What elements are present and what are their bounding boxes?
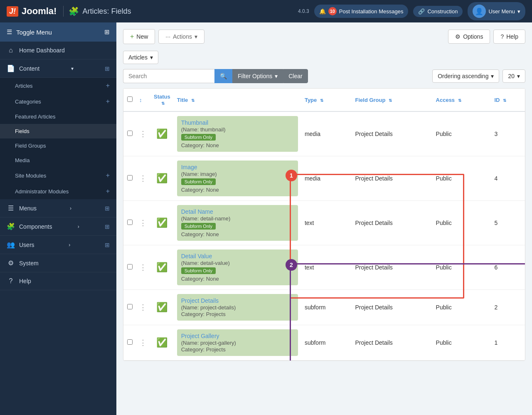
sidebar-item-label: Menus [19, 205, 37, 212]
drag-handle-icon[interactable]: ⋮ [139, 130, 147, 138]
grid-icon: ⊞ [105, 242, 110, 248]
drag-handle-icon[interactable]: ⋮ [139, 303, 147, 311]
menus-icon: ☰ [7, 204, 15, 212]
field-title-link[interactable]: Detail Name [181, 208, 294, 215]
drag-cell: ⋮ [136, 201, 150, 245]
chevron-down-icon: ▾ [491, 73, 494, 79]
drag-handle-icon[interactable]: ⋮ [139, 219, 147, 227]
published-icon: ✅ [156, 128, 167, 139]
access-cell: Public [433, 111, 491, 156]
filter-options-button[interactable]: Filter Options ▾ [232, 69, 283, 83]
type-header[interactable]: Type ⇅ [301, 89, 352, 111]
user-menu-button[interactable]: 👤 User Menu ▾ [468, 2, 525, 20]
field-name-label: (Name: image) [181, 171, 217, 177]
row-checkbox-cell [123, 290, 136, 325]
select-all-checkbox[interactable] [127, 96, 133, 102]
row-checkbox[interactable] [127, 304, 133, 309]
sidebar-item-content[interactable]: 📄 Content ▾ ⊞ [0, 59, 116, 78]
access-header[interactable]: Access ⇅ [433, 89, 491, 111]
row-checkbox[interactable] [127, 220, 133, 225]
table-row: ⋮ ✅ Project Details (Name: project-detai… [123, 290, 525, 325]
plus-icon[interactable]: + [106, 98, 110, 105]
new-button[interactable]: + New [123, 29, 155, 44]
published-icon: ✅ [156, 262, 167, 272]
clear-button[interactable]: Clear [283, 69, 308, 83]
sidebar-item-label: Fields [15, 128, 30, 134]
id-header[interactable]: ID ⇅ [491, 89, 525, 111]
sidebar-item-categories[interactable]: Categories + [0, 94, 116, 109]
sort-icon: ⇅ [503, 98, 506, 103]
annotation-2: 2 [286, 259, 297, 271]
sidebar-item-system[interactable]: ⚙ System [0, 254, 116, 272]
field-title-link[interactable]: Image [181, 164, 294, 170]
field-group-cell: Project Details [352, 111, 432, 156]
search-input[interactable] [123, 69, 214, 83]
field-title-link[interactable]: Thumbnail [181, 119, 294, 126]
content-submenu: Articles + Categories + Featured Article… [0, 78, 116, 199]
field-group-header[interactable]: Field Group ⇅ [352, 89, 432, 111]
main-content: + New ··· Actions ▾ ⚙ Options ? Help [116, 22, 532, 415]
sidebar-item-fields[interactable]: Fields [0, 124, 116, 138]
sidebar-item-administrator-modules[interactable]: Administrator Modules + [0, 183, 116, 199]
sidebar-item-field-groups[interactable]: Field Groups [0, 138, 116, 153]
type-cell: media [301, 156, 352, 201]
topbar: J! Joomla! 🧩 Articles: Fields 4.0.3 🔔 10… [0, 0, 532, 22]
row-checkbox[interactable] [127, 131, 133, 136]
drag-handle-icon[interactable]: ⋮ [139, 338, 147, 347]
grid-icon: ⊞ [105, 65, 110, 72]
status-cell: ✅ [150, 325, 174, 361]
sidebar-item-users[interactable]: 👥 Users › ⊞ [0, 236, 116, 254]
per-page-dropdown[interactable]: 20 ▾ [502, 69, 525, 83]
drag-handle-icon[interactable]: ⋮ [139, 174, 147, 183]
sidebar-item-site-modules[interactable]: Site Modules + [0, 168, 116, 183]
plus-icon: + [130, 33, 134, 40]
ordering-dropdown[interactable]: Ordering ascending ▾ [432, 69, 499, 83]
sidebar-item-media[interactable]: Media [0, 153, 116, 168]
chevron-down-icon: ▾ [71, 66, 74, 72]
field-card: Image (Name: image) Subform Only Categor… [177, 161, 298, 196]
title-header[interactable]: Title ⇅ [174, 89, 301, 111]
grid-icon: ⊞ [105, 205, 110, 212]
sidebar-item-featured-articles[interactable]: Featured Articles [0, 109, 116, 124]
sidebar-item-menus[interactable]: ☰ Menus › ⊞ [0, 199, 116, 217]
fields-table: 1 2 ↕ Status ⇅ [123, 88, 525, 361]
sidebar-item-articles[interactable]: Articles + [0, 78, 116, 94]
drag-icon: ↕ [139, 97, 142, 103]
chevron-down-icon: ▾ [517, 8, 520, 15]
drag-handle-icon[interactable]: ⋮ [139, 263, 147, 272]
logo-text: Joomla! [22, 6, 57, 17]
sidebar-item-label: Content [19, 65, 39, 72]
field-title-link[interactable]: Project Gallery [181, 333, 294, 339]
toggle-menu-button[interactable]: ☰ Home Dashboard Toggle Menu ⊞ [0, 22, 116, 42]
field-title-link[interactable]: Detail Value [181, 253, 294, 259]
plus-icon[interactable]: + [106, 172, 110, 179]
drag-cell: ⋮ [136, 156, 150, 201]
sidebar-item-home-dashboard[interactable]: ⌂ Home Dashboard [0, 42, 116, 59]
row-checkbox[interactable] [127, 175, 133, 180]
notifications-button[interactable]: 🔔 10 Post Installation Messages [314, 5, 409, 18]
plus-icon[interactable]: + [106, 188, 110, 195]
row-checkbox[interactable] [127, 264, 133, 269]
joomla-logo-icon: J! [7, 6, 18, 17]
sidebar-item-components[interactable]: 🧩 Components › ⊞ [0, 217, 116, 236]
subform-badge: Subform Only [181, 223, 216, 230]
options-button[interactable]: ⚙ Options [448, 30, 490, 44]
row-checkbox[interactable] [127, 339, 133, 345]
type-cell: media [301, 111, 352, 156]
select-all-header[interactable] [123, 89, 136, 111]
field-title-link[interactable]: Project Details [181, 297, 294, 304]
drag-header: ↕ [136, 89, 150, 111]
search-button[interactable]: 🔍 [214, 69, 232, 83]
version-label: 4.0.3 [298, 8, 309, 14]
articles-dropdown[interactable]: Articles ▾ [123, 51, 158, 64]
sidebar-item-help[interactable]: ? Help [0, 272, 116, 290]
row-checkbox-cell [123, 111, 136, 156]
status-cell: ✅ [150, 290, 174, 325]
construction-button[interactable]: 🔗 Construction [413, 6, 463, 17]
plus-icon[interactable]: + [106, 82, 110, 89]
row-checkbox-cell [123, 245, 136, 290]
help-button[interactable]: ? Help [493, 30, 525, 44]
table-row: ⋮ ✅ Project Gallery (Name: project-galle… [123, 325, 525, 361]
status-header[interactable]: Status ⇅ [150, 89, 174, 111]
actions-button[interactable]: ··· Actions ▾ [158, 30, 204, 44]
